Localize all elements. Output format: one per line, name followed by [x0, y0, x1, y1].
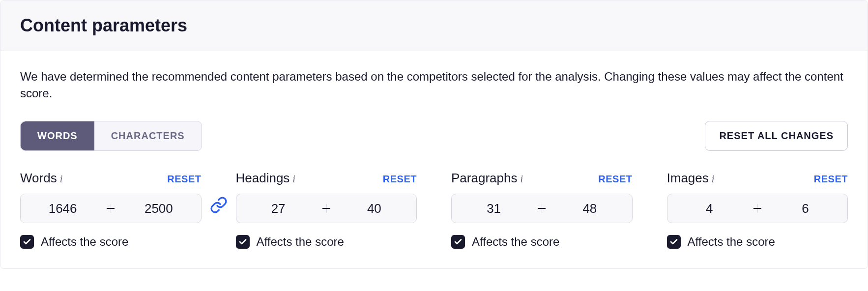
affects-words-checkbox[interactable]	[20, 235, 34, 249]
check-icon	[454, 237, 463, 246]
affects-words-label: Affects the score	[41, 235, 128, 249]
affects-paragraphs-label: Affects the score	[472, 235, 559, 249]
param-label-words: Words i	[20, 171, 62, 186]
check-icon	[238, 237, 247, 246]
range-separator	[320, 208, 332, 209]
info-icon[interactable]: i	[520, 174, 523, 185]
tab-characters[interactable]: CHARACTERS	[94, 121, 202, 150]
info-icon[interactable]: i	[292, 174, 295, 185]
param-label-text: Words	[20, 171, 57, 186]
reset-headings-button[interactable]: RESET	[383, 174, 417, 185]
param-label-text: Paragraphs	[451, 171, 517, 186]
affects-headings-checkbox[interactable]	[236, 235, 250, 249]
reset-images-button[interactable]: RESET	[814, 174, 848, 185]
reset-paragraphs-button[interactable]: RESET	[598, 174, 632, 185]
paragraphs-min-input[interactable]	[452, 201, 536, 216]
param-header-images: Images i RESET	[667, 171, 848, 186]
param-label-images: Images i	[667, 171, 715, 186]
range-paragraphs	[451, 194, 633, 223]
param-label-paragraphs: Paragraphs i	[451, 171, 523, 186]
param-label-headings: Headings i	[236, 171, 295, 186]
range-words	[20, 194, 202, 223]
panel-header: Content parameters	[0, 0, 868, 51]
words-min-input[interactable]	[21, 201, 105, 216]
affects-images-row: Affects the score	[667, 235, 848, 249]
link-icon[interactable]	[210, 196, 228, 216]
controls-row: WORDS CHARACTERS RESET ALL CHANGES	[20, 121, 848, 151]
affects-paragraphs-row: Affects the score	[451, 235, 633, 249]
words-max-input[interactable]	[116, 201, 201, 216]
tab-words[interactable]: WORDS	[21, 121, 94, 150]
check-icon	[669, 237, 678, 246]
info-icon[interactable]: i	[712, 174, 715, 185]
param-header-headings: Headings i RESET	[236, 171, 417, 186]
param-label-text: Headings	[236, 171, 290, 186]
link-icon-wrap	[202, 196, 236, 216]
affects-images-label: Affects the score	[688, 235, 775, 249]
reset-words-button[interactable]: RESET	[167, 174, 201, 185]
range-images	[667, 194, 848, 223]
unit-toggle-group: WORDS CHARACTERS	[20, 121, 202, 151]
headings-max-input[interactable]	[332, 201, 416, 216]
images-max-input[interactable]	[763, 201, 847, 216]
range-separator	[105, 208, 116, 209]
param-images: Images i RESET Affects the score	[667, 171, 848, 249]
content-parameters-panel: Content parameters We have determined th…	[0, 0, 868, 269]
info-icon[interactable]: i	[60, 174, 63, 185]
check-icon	[23, 237, 31, 246]
images-min-input[interactable]	[667, 201, 752, 216]
range-separator	[536, 208, 548, 209]
param-headings: Headings i RESET Affects the score	[236, 171, 417, 249]
param-header-paragraphs: Paragraphs i RESET	[451, 171, 633, 186]
affects-images-checkbox[interactable]	[667, 235, 681, 249]
range-headings	[236, 194, 417, 223]
range-separator	[752, 208, 763, 209]
affects-words-row: Affects the score	[20, 235, 202, 249]
headings-min-input[interactable]	[236, 201, 320, 216]
reset-all-button[interactable]: RESET ALL CHANGES	[705, 121, 848, 151]
param-header-words: Words i RESET	[20, 171, 202, 186]
params-grid: Words i RESET Affects the score	[20, 171, 848, 249]
param-label-text: Images	[667, 171, 709, 186]
affects-headings-row: Affects the score	[236, 235, 417, 249]
panel-title: Content parameters	[20, 15, 848, 36]
param-words: Words i RESET Affects the score	[20, 171, 202, 249]
affects-paragraphs-checkbox[interactable]	[451, 235, 465, 249]
panel-body: We have determined the recommended conte…	[0, 51, 868, 268]
paragraphs-max-input[interactable]	[548, 201, 632, 216]
affects-headings-label: Affects the score	[257, 235, 344, 249]
description-text: We have determined the recommended conte…	[20, 68, 848, 101]
param-paragraphs: Paragraphs i RESET Affects the score	[451, 171, 633, 249]
